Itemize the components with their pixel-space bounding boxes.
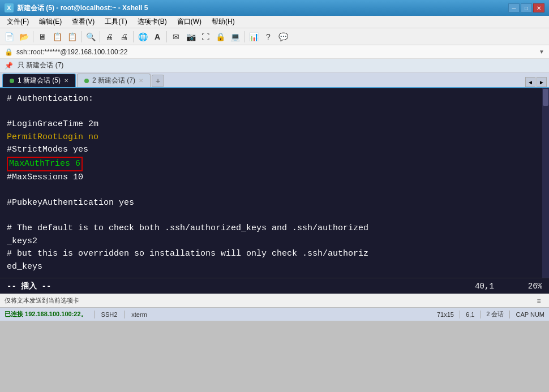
terminal-line-9	[7, 210, 542, 223]
terminal-line-2: #LoginGraceTime 2m	[7, 118, 542, 131]
status-divider-1	[94, 311, 95, 318]
address-bar: 🔒 ssh::root:******@192.168.100.100:22 ▼	[0, 45, 549, 59]
status-bar: 已连接 192.168.100.100:22。 SSH2 xterm 71x15…	[0, 307, 549, 321]
scrollbar-thumb	[543, 89, 548, 106]
status-caps-num: CAP NUM	[516, 311, 544, 318]
toolbar-sep-6	[244, 31, 245, 42]
terminal-line-0: # Authentication:	[7, 93, 542, 106]
toolbar-sep-4	[133, 31, 134, 42]
bookmark-icon: 📌	[5, 62, 13, 70]
session-tab-1-label: 1 新建会话 (5)	[18, 76, 61, 85]
session-tab-2-label: 2 新建会话 (7)	[92, 76, 135, 85]
bottom-input-placeholder: 仅将文本发送到当前选项卡	[5, 296, 533, 305]
app-icon: X	[5, 3, 14, 12]
highlighted-line: MaxAuthTries 6	[7, 157, 83, 172]
toolbar: 📄 📂 🖥 📋 📋 🔍 🖨 🖨 🌐 A ✉ 📷 ⛶ 🔒 💻 📊 ? 💬	[0, 28, 549, 45]
scrollbar-vertical[interactable]	[542, 88, 549, 278]
address-dropdown-arrow[interactable]: ▼	[539, 49, 544, 55]
tab-nav-prev[interactable]: ◄	[525, 77, 535, 87]
terminal-line-6: #MaxSessions 10	[7, 171, 542, 184]
terminal-line-7	[7, 184, 542, 197]
terminal-line-10: # The default is to check both .ssh/auth…	[7, 222, 542, 235]
menu-window[interactable]: 窗口(W)	[173, 16, 206, 28]
terminal-status-bar: -- 插入 -- 40,1 26%	[0, 278, 549, 294]
toolbar-font[interactable]: A	[151, 30, 164, 44]
status-divider-5	[509, 311, 510, 318]
toolbar-find[interactable]: 🔍	[84, 30, 97, 44]
terminal-line-1	[7, 106, 542, 119]
toolbar-screenshot[interactable]: 📷	[184, 30, 198, 44]
lock-icon: 🔒	[5, 48, 13, 56]
menu-help[interactable]: 帮助(H)	[207, 16, 239, 28]
menu-file[interactable]: 文件(F)	[2, 16, 33, 28]
toolbar-stats[interactable]: 📊	[247, 30, 260, 44]
toolbar-fullscreen[interactable]: ⛶	[199, 30, 212, 44]
status-size: 71x15	[437, 311, 454, 318]
status-position: 40,1	[475, 282, 494, 291]
toolbar-mail[interactable]: ✉	[169, 30, 183, 44]
toolbar-lock[interactable]: 🔒	[213, 30, 227, 44]
bookmark-bar: 📌 只 新建会话 (7)	[0, 59, 549, 72]
toolbar-help[interactable]: ?	[261, 30, 275, 44]
address-text: ssh::root:******@192.168.100.100:22	[16, 48, 535, 56]
close-button[interactable]: ✕	[533, 3, 544, 12]
tab-add-button[interactable]: +	[152, 75, 164, 87]
menu-edit[interactable]: 编辑(E)	[35, 16, 66, 28]
toolbar-print2[interactable]: 🖨	[117, 30, 131, 44]
session-tab-1-close[interactable]: ✕	[64, 77, 68, 84]
status-terminal: xterm	[131, 311, 147, 318]
session-tabs: 1 新建会话 (5) ✕ 2 新建会话 (7) ✕ + ◄ ►	[0, 72, 549, 88]
maximize-button[interactable]: □	[521, 3, 532, 12]
status-protocol: SSH2	[101, 311, 118, 318]
session-tab-1[interactable]: 1 新建会话 (5) ✕	[2, 74, 76, 87]
menu-bar: 文件(F) 编辑(E) 查看(V) 工具(T) 选项卡(B) 窗口(W) 帮助(…	[0, 16, 549, 28]
toolbar-terminal[interactable]: 💻	[228, 30, 242, 44]
toolbar-sep-1	[33, 31, 33, 42]
tab-nav: ◄ ►	[525, 77, 547, 87]
terminal-line-5: MaxAuthTries 6	[7, 157, 542, 172]
toolbar-new[interactable]: 📄	[2, 30, 16, 44]
status-divider-3	[460, 311, 460, 318]
status-mode: -- 插入 --	[7, 281, 51, 291]
menu-tools[interactable]: 工具(T)	[100, 16, 131, 28]
terminal-line-3: PermitRootLogin no	[7, 131, 542, 144]
session-tab-2[interactable]: 2 新建会话 (7) ✕	[77, 74, 151, 87]
status-divider-2	[124, 311, 125, 318]
terminal-wrapper: # Authentication: #LoginGraceTime 2m Per…	[0, 88, 549, 294]
menu-view[interactable]: 查看(V)	[67, 16, 99, 28]
status-connected-text: 已连接 192.168.100.100:22。	[5, 310, 87, 318]
toolbar-open[interactable]: 📂	[17, 30, 31, 44]
toolbar-sep-2	[81, 31, 82, 42]
terminal-content: # Authentication: #LoginGraceTime 2m Per…	[7, 93, 542, 273]
menu-tabs[interactable]: 选项卡(B)	[133, 16, 171, 28]
toolbar-chat[interactable]: 💬	[276, 30, 290, 44]
status-right: 71x15 6,1 2 会话 CAP NUM	[437, 310, 544, 318]
toolbar-network[interactable]: 🌐	[136, 30, 149, 44]
session-tab-2-close[interactable]: ✕	[139, 77, 143, 84]
toolbar-paste[interactable]: 📋	[65, 30, 79, 44]
tab-nav-next[interactable]: ►	[537, 77, 547, 87]
toolbar-print[interactable]: 🖨	[102, 30, 116, 44]
status-cursor-pos: 6,1	[466, 311, 474, 318]
terminal-line-11: _keys2	[7, 235, 542, 248]
status-sessions: 2 会话	[486, 310, 504, 318]
status-divider-4	[480, 311, 481, 318]
terminal-line-4: #StrictModes yes	[7, 144, 542, 157]
bottom-expand-button[interactable]: ≡	[533, 295, 544, 307]
title-bar-left: X 新建会话 (5) - root@localhost:~ - Xshell 5	[5, 3, 148, 13]
terminal[interactable]: # Authentication: #LoginGraceTime 2m Per…	[0, 88, 549, 278]
status-percent: 26%	[528, 282, 542, 291]
toolbar-copy[interactable]: 📋	[50, 30, 64, 44]
terminal-line-8: #PubkeyAuthentication yes	[7, 197, 542, 210]
window-title: 新建会话 (5) - root@localhost:~ - Xshell 5	[17, 3, 148, 13]
title-bar: X 新建会话 (5) - root@localhost:~ - Xshell 5…	[0, 0, 549, 16]
bottom-input-bar: 仅将文本发送到当前选项卡 ≡	[0, 294, 549, 307]
toolbar-sep-3	[100, 31, 100, 42]
window-controls: ─ □ ✕	[508, 3, 544, 12]
tab-dot-2	[84, 79, 89, 83]
toolbar-session[interactable]: 🖥	[36, 30, 49, 44]
tab-dot-1	[10, 79, 14, 83]
minimize-button[interactable]: ─	[508, 3, 520, 12]
bookmark-label: 只 新建会话 (7)	[18, 61, 63, 70]
terminal-line-12: # but this is overridden so installation…	[7, 248, 542, 261]
